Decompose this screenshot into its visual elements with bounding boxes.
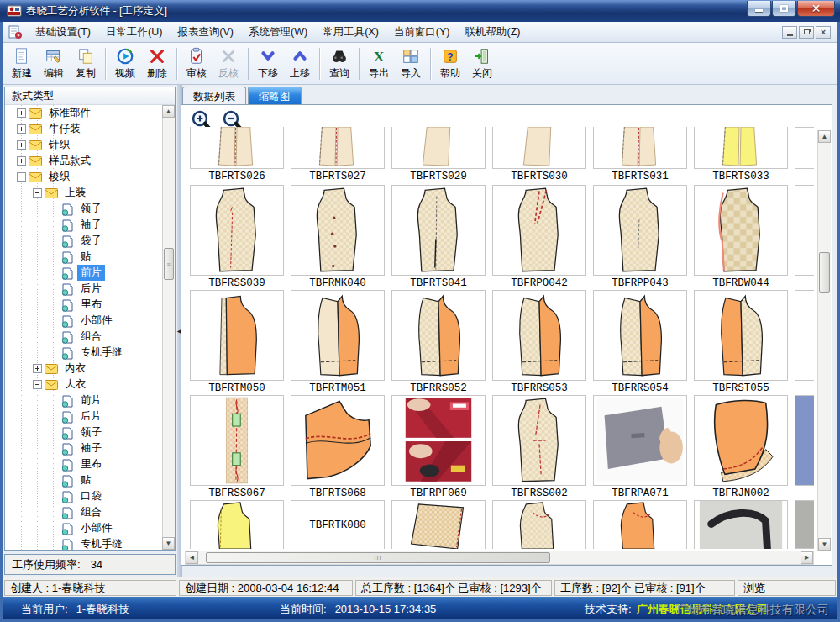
thumbnail-r4c0[interactable] — [190, 500, 284, 549]
thumbnail-TBFRRS052[interactable] — [391, 290, 486, 381]
thumbnail-TBFRTS033[interactable] — [694, 127, 788, 169]
tree-scroll-thumb[interactable]: ≡ — [164, 248, 174, 280]
toolbar-button-search[interactable]: 查询 — [323, 45, 355, 82]
tree-item-领子[interactable]: 领子 — [5, 201, 162, 217]
thumbnail-TBFRMK040[interactable] — [291, 185, 385, 276]
mdi-minimize-button[interactable] — [782, 26, 797, 39]
toolbar-button-audit[interactable]: 审核 — [181, 45, 213, 82]
tree-item-组合[interactable]: 组合 — [5, 504, 162, 520]
vscroll-thumb[interactable] — [819, 252, 830, 293]
thumbnail-TBFRDW044[interactable] — [694, 185, 788, 276]
tree-item-口袋[interactable]: 口袋 — [5, 488, 162, 504]
mdi-restore-button[interactable] — [799, 26, 814, 39]
toolbar-button-up[interactable]: 上移 — [284, 45, 316, 82]
vertical-scrollbar[interactable]: ▲ ▼ — [817, 130, 831, 551]
thumbnail-r4c3[interactable] — [492, 500, 586, 549]
menu-item[interactable]: 系统管理(W) — [241, 23, 315, 42]
horizontal-scrollbar[interactable]: ◄ III ► — [185, 551, 814, 565]
thumbnail-TBFRRS054[interactable] — [593, 290, 687, 381]
thumbnail-TBFRRS053[interactable] — [492, 290, 586, 381]
menu-item[interactable]: 日常工作(U) — [98, 23, 170, 42]
tree-item-上装[interactable]: 上装 — [5, 185, 162, 201]
thumbnail-TBFRTS029[interactable] — [391, 127, 486, 169]
collapse-icon[interactable] — [33, 380, 42, 389]
close-button[interactable]: ✕ — [797, 1, 835, 17]
toolbar-button-video[interactable]: 视频 — [109, 45, 141, 82]
thumbnail-TBFRPP043[interactable] — [593, 185, 687, 276]
tree-item-领子[interactable]: 领子 — [5, 424, 162, 440]
scroll-up-icon[interactable]: ▲ — [162, 105, 175, 118]
tree-item-袖子[interactable]: 袖子 — [5, 217, 162, 233]
tree-item-小部件[interactable]: 小部件 — [5, 313, 162, 329]
menu-item[interactable]: 报表查询(V) — [170, 23, 241, 42]
toolbar-button-export[interactable]: X导出 — [363, 45, 395, 82]
thumbnail-TBFRTS031[interactable] — [593, 127, 687, 169]
tab-缩略图[interactable]: 缩略图 — [248, 87, 302, 104]
scroll-down-icon[interactable]: ▼ — [162, 537, 175, 550]
thumbnail-TBFRPO042[interactable] — [492, 185, 586, 276]
tree-item-内衣[interactable]: 内衣 — [5, 361, 162, 377]
toolbar-button-down[interactable]: 下移 — [252, 45, 284, 82]
thumbnail-TBFRPA071[interactable] — [593, 395, 687, 486]
tree-item-里布[interactable]: 里布 — [5, 297, 162, 313]
tree-item-组合[interactable]: 组合 — [5, 329, 162, 345]
toolbar-button-copy[interactable]: 复制 — [70, 45, 102, 82]
thumbnail-r4c2[interactable] — [391, 500, 486, 549]
tree-item-专机手缝[interactable]: 专机手缝 — [5, 345, 162, 361]
tree-scrollbar[interactable]: ▲ ≡ ▼ — [162, 105, 175, 550]
toolbar-button-edit[interactable]: 编辑 — [38, 45, 70, 82]
tab-数据列表[interactable]: 数据列表 — [182, 87, 246, 104]
expand-icon[interactable] — [33, 364, 42, 373]
thumbnail-TBFRTS041[interactable] — [391, 185, 486, 276]
tree-item-标准部件[interactable]: 标准部件 — [5, 105, 162, 121]
thumbnail-TBFRTS030[interactable] — [492, 127, 586, 169]
expand-icon[interactable] — [17, 156, 26, 166]
tree-item-袋子[interactable]: 袋子 — [5, 233, 162, 249]
thumbnail-TBFRSS039[interactable] — [190, 185, 284, 276]
menu-item[interactable]: 基础设置(T) — [28, 23, 98, 42]
collapse-icon[interactable] — [33, 188, 42, 198]
thumbnail-TBFRTS027[interactable] — [291, 127, 385, 169]
maximize-button[interactable] — [772, 1, 796, 17]
tree-item-贴[interactable]: 贴 — [5, 249, 162, 265]
tree-item-贴[interactable]: 贴 — [5, 472, 162, 488]
toolbar-button-exit[interactable]: 关闭 — [466, 45, 498, 82]
thumbnail-TBFRSS002[interactable] — [492, 395, 586, 486]
thumbnail-TBFRSS067[interactable] — [190, 395, 284, 486]
hscroll-thumb[interactable]: III — [206, 552, 550, 563]
tree-item-后片[interactable]: 后片 — [5, 281, 162, 297]
tree-item-样品款式[interactable]: 样品款式 — [5, 153, 162, 169]
tree-item-梭织[interactable]: 梭织 — [5, 169, 162, 185]
scroll-left-icon[interactable]: ◄ — [186, 551, 198, 564]
scroll-up-icon[interactable]: ▲ — [818, 130, 831, 143]
menu-item[interactable]: 当前窗口(Y) — [386, 23, 458, 42]
thumbnail-TBFRTM051[interactable] — [291, 290, 385, 381]
tree-item-大衣[interactable]: 大衣 — [5, 377, 162, 393]
toolbar-button-help[interactable]: ?帮助 — [434, 45, 466, 82]
tree-item-里布[interactable]: 里布 — [5, 456, 162, 472]
tree-item-针织[interactable]: 针织 — [5, 137, 162, 153]
tree-item-牛仔装[interactable]: 牛仔装 — [5, 121, 162, 137]
scroll-down-icon[interactable]: ▼ — [818, 538, 831, 551]
thumbnail-r4c5[interactable] — [694, 500, 788, 549]
expand-icon[interactable] — [17, 140, 26, 150]
tree-item-袖子[interactable]: 袖子 — [5, 440, 162, 456]
tree-item-后片[interactable]: 后片 — [5, 409, 162, 424]
collapse-icon[interactable] — [17, 172, 26, 182]
thumbnail-TBFRTK080[interactable]: TBFRTK080 — [291, 500, 385, 549]
mdi-close-button[interactable]: × — [816, 26, 831, 39]
thumbnail-TBFRTM050[interactable] — [190, 290, 284, 381]
menu-item[interactable]: 常用工具(X) — [315, 23, 386, 42]
toolbar-button-delete[interactable]: 删除 — [141, 45, 173, 82]
tree-item-小部件[interactable]: 小部件 — [5, 520, 162, 536]
toolbar-button-import[interactable]: 导入 — [395, 45, 427, 82]
scroll-right-icon[interactable]: ► — [801, 551, 813, 564]
toolbar-button-new[interactable]: 新建 — [6, 45, 38, 82]
tree-item-专机手缝[interactable]: 专机手缝 — [5, 536, 162, 550]
expand-icon[interactable] — [17, 108, 26, 118]
thumbnail-TBFRTS026[interactable] — [190, 127, 284, 169]
expand-icon[interactable] — [17, 124, 26, 134]
minimize-button[interactable] — [747, 1, 771, 17]
menu-item[interactable]: 联机帮助(Z) — [457, 23, 528, 42]
thumbnail-TBFRJN002[interactable] — [694, 395, 788, 486]
